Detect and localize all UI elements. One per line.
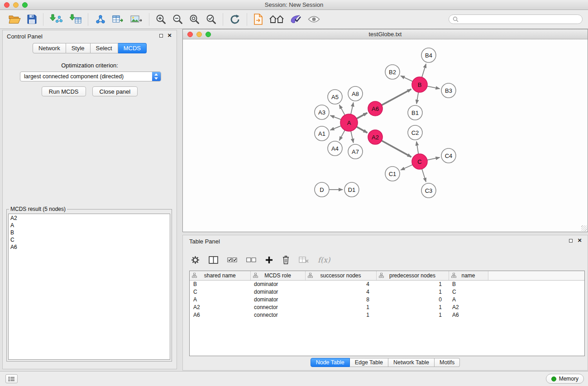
- network-edge-C-C3[interactable]: [422, 169, 426, 182]
- export-table-button[interactable]: [109, 14, 127, 25]
- network-node-B4[interactable]: B4: [421, 48, 436, 62]
- delete-column-button[interactable]: [282, 255, 290, 264]
- tab-network-table[interactable]: Network Table: [388, 358, 435, 367]
- zoom-fit-button[interactable]: [186, 13, 203, 25]
- network-node-A6[interactable]: A6: [368, 101, 382, 116]
- tab-node-table[interactable]: Node Table: [311, 358, 350, 367]
- show-hide-button[interactable]: [305, 14, 323, 24]
- mcds-result-item[interactable]: C: [10, 236, 168, 243]
- network-edge-A-A6[interactable]: [357, 113, 368, 119]
- zoom-selected-button[interactable]: [203, 13, 220, 25]
- maximize-window-button[interactable]: [22, 2, 28, 8]
- network-node-D[interactable]: D: [315, 182, 329, 197]
- table-row[interactable]: A6connector11A6: [190, 311, 584, 319]
- network-edge-A2-C[interactable]: [382, 141, 411, 157]
- annotation-check-button[interactable]: [287, 13, 305, 25]
- close-panel-button[interactable]: Close panel: [92, 86, 138, 96]
- table-settings-button[interactable]: [191, 256, 200, 264]
- network-edge-A-A5[interactable]: [339, 105, 345, 115]
- import-network-button[interactable]: [47, 13, 66, 25]
- network-edge-A-A7[interactable]: [351, 131, 354, 143]
- network-node-A8[interactable]: A8: [348, 86, 363, 101]
- optimization-select[interactable]: largest connected component (directed): [20, 71, 161, 81]
- delete-table-button[interactable]: [299, 256, 309, 263]
- network-edge-B-B4[interactable]: [422, 64, 426, 77]
- network-edge-B-B1[interactable]: [416, 92, 418, 104]
- network-node-A2[interactable]: A2: [368, 130, 382, 144]
- export-image-button[interactable]: [127, 14, 146, 25]
- function-builder-button[interactable]: f(x): [318, 256, 330, 264]
- network-node-A3[interactable]: A3: [315, 105, 329, 119]
- network-edge-A6-B[interactable]: [382, 89, 411, 105]
- network-node-A[interactable]: A: [340, 114, 358, 131]
- network-edge-A-A2[interactable]: [357, 127, 368, 133]
- show-columns-button[interactable]: [209, 256, 218, 264]
- new-network-button[interactable]: [91, 14, 109, 25]
- network-edge-C-C1[interactable]: [401, 165, 412, 170]
- zoom-out-button[interactable]: [169, 13, 186, 25]
- search-input[interactable]: [461, 16, 578, 23]
- memory-button[interactable]: Memory: [546, 374, 584, 384]
- network-edge-A-A3[interactable]: [330, 115, 341, 119]
- zoom-in-button[interactable]: [153, 13, 169, 25]
- select-all-button[interactable]: [227, 257, 237, 263]
- network-edge-C-C2[interactable]: [416, 142, 418, 154]
- maximize-view-button[interactable]: [206, 32, 211, 37]
- table-row[interactable]: Cdominator41C: [190, 288, 584, 295]
- network-node-B[interactable]: B: [412, 77, 427, 92]
- column-header-predecessor-nodes[interactable]: predecessor nodes: [376, 271, 449, 280]
- table-row[interactable]: Adominator80A: [190, 295, 584, 303]
- mcds-result-item[interactable]: A6: [10, 243, 168, 251]
- network-node-B1[interactable]: B1: [408, 105, 422, 120]
- network-node-C[interactable]: C: [412, 154, 427, 169]
- mcds-result-item[interactable]: A2: [10, 214, 168, 222]
- network-node-B3[interactable]: B3: [441, 83, 456, 98]
- table-row[interactable]: A2connector11A2: [190, 303, 584, 311]
- network-node-A5[interactable]: A5: [328, 90, 342, 104]
- minimize-window-button[interactable]: [13, 2, 19, 8]
- column-header-name[interactable]: name: [449, 271, 488, 280]
- column-header-successor-nodes[interactable]: successor nodes: [305, 271, 376, 280]
- tab-mcds[interactable]: MCDS: [118, 43, 147, 53]
- mcds-result-item[interactable]: A: [10, 222, 168, 229]
- close-view-button[interactable]: [187, 32, 193, 37]
- table-row[interactable]: Bdominator41B: [190, 280, 584, 288]
- tab-network[interactable]: Network: [33, 43, 66, 53]
- network-node-B2[interactable]: B2: [385, 65, 400, 79]
- network-edge-A-A8[interactable]: [351, 103, 354, 114]
- column-header-MCDS-role[interactable]: MCDS role: [250, 271, 305, 280]
- add-column-button[interactable]: [265, 256, 273, 264]
- task-history-button[interactable]: [5, 374, 18, 383]
- resize-grip[interactable]: [581, 225, 587, 231]
- close-window-button[interactable]: [4, 2, 10, 8]
- tab-motifs[interactable]: Motifs: [435, 358, 460, 367]
- close-table-panel-icon[interactable]: ×: [578, 237, 582, 243]
- mcds-result-list[interactable]: A2ABCA6: [8, 214, 170, 360]
- float-panel-icon[interactable]: [159, 34, 163, 38]
- network-node-A7[interactable]: A7: [348, 144, 363, 159]
- network-edge-A-A4[interactable]: [339, 130, 345, 141]
- minimize-view-button[interactable]: [196, 32, 202, 37]
- mcds-result-item[interactable]: B: [10, 229, 168, 236]
- network-node-C2[interactable]: C2: [408, 125, 422, 140]
- network-node-A1[interactable]: A1: [315, 126, 329, 141]
- network-edge-C-C4[interactable]: [427, 157, 440, 160]
- tab-style[interactable]: Style: [66, 43, 91, 53]
- network-node-C3[interactable]: C3: [421, 183, 436, 198]
- import-table-button[interactable]: [66, 13, 85, 25]
- first-neighbors-button[interactable]: [266, 14, 287, 25]
- refresh-button[interactable]: [226, 13, 244, 26]
- network-node-A4[interactable]: A4: [328, 141, 342, 156]
- network-node-C1[interactable]: C1: [385, 167, 400, 181]
- unselect-all-button[interactable]: [246, 257, 256, 263]
- open-file-button[interactable]: [250, 13, 266, 26]
- open-session-button[interactable]: [5, 14, 24, 25]
- close-panel-icon[interactable]: ×: [167, 32, 172, 38]
- tab-edge-table[interactable]: Edge Table: [350, 358, 388, 367]
- network-edge-A-A1[interactable]: [330, 126, 341, 130]
- network-edge-B-B2[interactable]: [401, 76, 412, 81]
- network-edge-B-B3[interactable]: [427, 86, 440, 89]
- network-node-D1[interactable]: D1: [344, 182, 359, 197]
- float-table-panel-icon[interactable]: [569, 239, 573, 243]
- tab-select[interactable]: Select: [91, 43, 118, 53]
